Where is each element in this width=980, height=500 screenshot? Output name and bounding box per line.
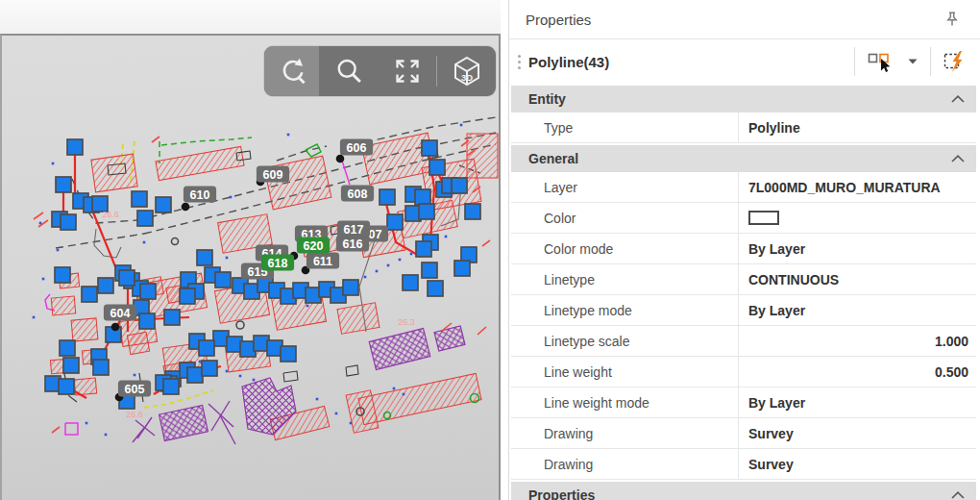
svg-text:609: 609 — [263, 168, 283, 182]
quick-select-button[interactable] — [942, 48, 968, 75]
survey-marker[interactable] — [419, 204, 434, 219]
survey-marker[interactable] — [60, 340, 75, 356]
map-canvas[interactable]: 26.626.326.66096106066086076166176136156… — [0, 34, 501, 500]
survey-marker[interactable] — [215, 272, 231, 288]
survey-marker[interactable] — [55, 267, 70, 283]
drag-handle-icon[interactable] — [518, 61, 521, 63]
survey-marker[interactable] — [139, 313, 155, 329]
survey-marker[interactable] — [197, 250, 212, 265]
prop-row-layer: Layer7L000MD_MURO_MURATURA — [511, 172, 976, 203]
survey-marker[interactable] — [67, 139, 83, 155]
prop-value[interactable]: 7L000MD_MURO_MURATURA — [739, 172, 976, 202]
survey-marker[interactable] — [202, 361, 217, 376]
collapse-chevron-icon[interactable] — [951, 95, 965, 103]
prop-value[interactable]: CONTINUOUS — [739, 264, 976, 294]
map-label-618[interactable]: 618 — [261, 255, 294, 271]
zoom-button[interactable] — [319, 46, 378, 96]
collapse-chevron-icon[interactable] — [951, 491, 965, 499]
map-label-604[interactable]: 604 — [104, 305, 136, 321]
prop-row-line-weight-mode: Line weight modeBy Layer — [511, 388, 976, 418]
survey-marker[interactable] — [403, 275, 418, 290]
quick-select-icon — [943, 50, 967, 73]
survey-marker[interactable] — [281, 346, 296, 362]
prop-value[interactable]: By Layer — [739, 295, 976, 325]
survey-marker[interactable] — [93, 360, 109, 375]
survey-marker[interactable] — [187, 367, 203, 383]
survey-marker[interactable] — [137, 211, 153, 226]
map-label-616[interactable]: 616 — [336, 236, 369, 252]
prop-row-linetype-mode: Linetype modeBy Layer — [511, 295, 976, 326]
prop-row-drawing: DrawingSurvey — [511, 418, 976, 449]
survey-marker[interactable] — [416, 241, 431, 257]
survey-marker[interactable] — [132, 191, 147, 207]
view-3d-button[interactable]: 3D — [437, 46, 496, 96]
prop-name: Color mode — [511, 234, 739, 263]
prop-value[interactable]: Survey — [739, 418, 976, 448]
survey-marker[interactable] — [119, 270, 135, 286]
prop-value[interactable]: By Layer — [739, 234, 976, 263]
collapse-chevron-icon[interactable] — [951, 155, 965, 162]
prop-value[interactable]: Survey — [739, 449, 976, 479]
survey-marker[interactable] — [82, 287, 97, 302]
survey-marker[interactable] — [199, 340, 214, 356]
survey-drawing[interactable]: 26.626.326.66096106066086076166176136156… — [2, 36, 499, 500]
selection-header: Polyline(43) — [509, 38, 980, 84]
survey-marker[interactable] — [63, 358, 79, 373]
map-label-611[interactable]: 611 — [306, 253, 339, 269]
dimension-text: 26.6 — [102, 210, 119, 219]
color-swatch[interactable] — [748, 211, 779, 225]
cube-3d-icon: 3D — [452, 56, 482, 87]
survey-marker[interactable] — [387, 214, 403, 230]
map-label-620[interactable]: 620 — [297, 238, 330, 254]
survey-marker[interactable] — [465, 204, 480, 219]
section-header-general[interactable]: General — [511, 145, 976, 172]
pick-entities-button[interactable] — [866, 49, 895, 75]
prop-name: Layer — [511, 172, 739, 202]
separator — [854, 47, 855, 76]
svg-text:605: 605 — [125, 383, 145, 396]
svg-text:618: 618 — [268, 257, 288, 270]
survey-marker[interactable] — [422, 262, 437, 278]
map-label-605[interactable]: 605 — [118, 381, 151, 397]
survey-marker[interactable] — [180, 288, 195, 304]
survey-marker[interactable] — [343, 280, 358, 295]
map-label-608[interactable]: 608 — [341, 186, 374, 202]
svg-text:620: 620 — [304, 239, 324, 253]
map-label-609[interactable]: 609 — [257, 166, 289, 183]
prop-name: Linetype — [511, 264, 739, 294]
survey-marker[interactable] — [454, 261, 470, 276]
prop-value[interactable]: Polyline — [739, 112, 976, 142]
survey-marker[interactable] — [452, 178, 467, 193]
prop-value[interactable]: 0.500 — [739, 357, 976, 387]
pick-mode-dropdown[interactable] — [906, 57, 919, 66]
survey-marker[interactable] — [422, 140, 437, 156]
dimension-text: 26.6 — [126, 410, 143, 419]
prop-row-line-weight: Line weight0.500 — [511, 357, 976, 388]
pin-icon[interactable] — [943, 11, 961, 28]
survey-marker[interactable] — [380, 189, 395, 205]
section-header-properties[interactable]: Properties — [511, 482, 976, 500]
survey-marker[interactable] — [429, 160, 445, 175]
prop-value[interactable]: By Layer — [739, 388, 976, 417]
zoom-extents-button[interactable] — [378, 46, 436, 96]
rotate-view-button[interactable] — [264, 46, 319, 96]
map-label-617[interactable]: 617 — [337, 221, 370, 238]
map-label-610[interactable]: 610 — [184, 187, 216, 203]
prop-value[interactable]: 1.000 — [739, 326, 976, 356]
section-header-entity[interactable]: Entity — [511, 86, 976, 112]
survey-marker[interactable] — [428, 281, 443, 296]
map-label-606[interactable]: 606 — [340, 139, 373, 156]
survey-marker[interactable] — [163, 379, 179, 394]
survey-marker[interactable] — [140, 284, 156, 299]
panel-title: Properties — [526, 12, 591, 28]
survey-marker[interactable] — [415, 189, 430, 205]
survey-marker[interactable] — [59, 379, 74, 394]
survey-marker[interactable] — [98, 278, 113, 293]
survey-marker[interactable] — [61, 214, 76, 230]
prop-name: Drawing — [511, 418, 739, 448]
survey-marker[interactable] — [156, 197, 171, 212]
prop-value[interactable] — [739, 203, 976, 233]
cube-3d-label: 3D — [460, 72, 472, 83]
survey-marker[interactable] — [56, 177, 71, 192]
survey-marker[interactable] — [164, 310, 180, 325]
